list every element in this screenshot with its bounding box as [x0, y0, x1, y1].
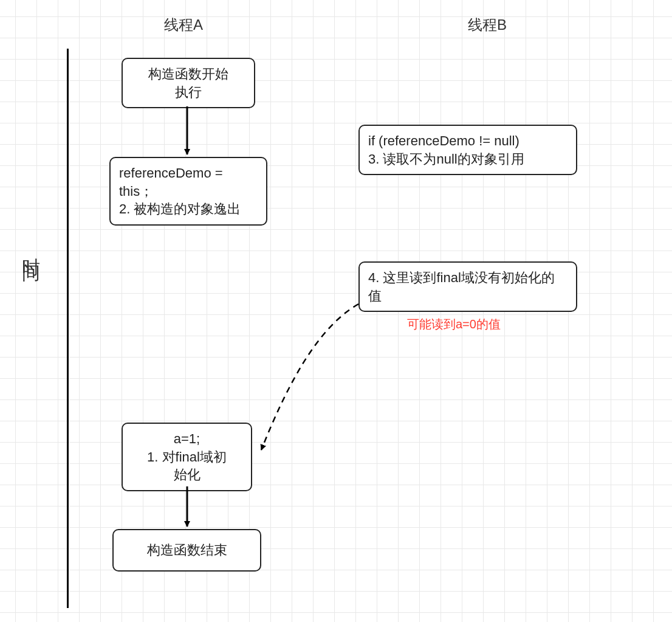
diagram-canvas: 时间 线程A 线程B 构造函数开始执行 referenceDemo = this…: [0, 0, 672, 622]
box-init-a: a=1;1. 对final域初始化: [122, 423, 252, 491]
box-read-final: 4. 这里读到final域没有初始化的值: [358, 261, 577, 312]
box-assign-this: referenceDemo = this；2. 被构造的对象逸出: [109, 157, 267, 226]
thread-b-header: 线程B: [468, 15, 507, 35]
thread-a-header: 线程A: [164, 15, 203, 35]
note-red: 可能读到a=0的值: [407, 316, 501, 333]
box-constructor-end: 构造函数结束: [112, 529, 261, 572]
dashed-arrow-readfinal-to-init: [261, 304, 358, 450]
box-constructor-start: 构造函数开始执行: [122, 58, 255, 108]
box-if-check: if (referenceDemo != null)3. 读取不为null的对象…: [358, 125, 577, 175]
timeline-axis: [67, 49, 69, 608]
time-axis-label: 时间: [18, 243, 43, 255]
